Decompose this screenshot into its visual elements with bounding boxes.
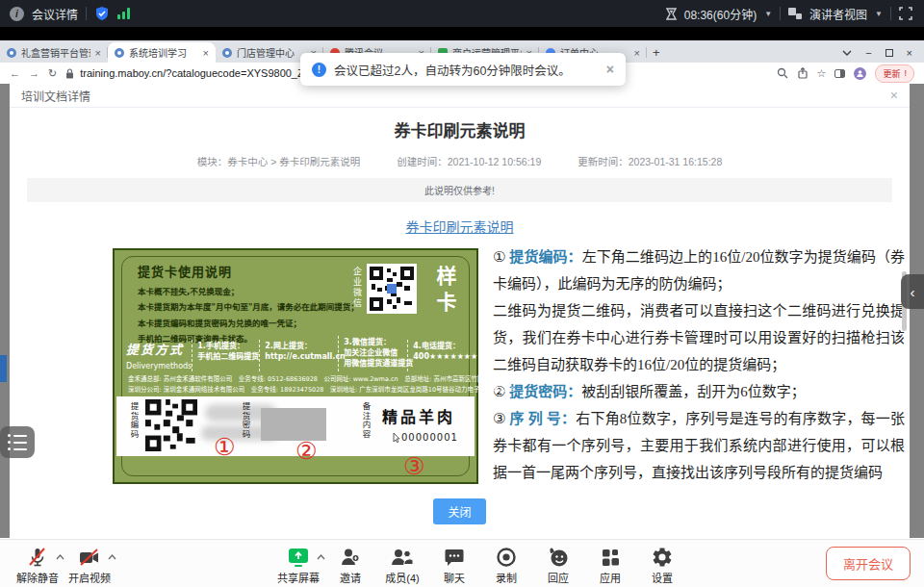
camera-off-icon	[77, 546, 102, 569]
fullscreen-icon[interactable]	[899, 7, 912, 20]
leave-meeting-button[interactable]: 离开会议	[826, 547, 911, 580]
notification-close-icon[interactable]: ×	[606, 62, 614, 77]
unmute-button[interactable]: 解除静音	[12, 543, 64, 585]
delivery-methods-band: 提货方式 Deliverymethods 1.手机提货：手机拍二维码提货 2.网…	[126, 340, 467, 371]
desc-paragraph: 二维码为提货二维码，消费者可以直接扫这个二维码进行兑换提货，我们在券卡中心进行券…	[493, 297, 905, 378]
timer-dropdown-icon[interactable]: ▼	[764, 10, 772, 18]
back-icon[interactable]: ←	[10, 67, 20, 79]
divider	[780, 7, 781, 20]
pickup-password-label: 提货密码	[240, 402, 250, 439]
card-element-description: ① 提货编码：左下角二维码边上的16位/20位数字为提货编码（券卡编码），此编码…	[493, 243, 905, 486]
drawer-close-icon[interactable]: ×	[890, 88, 898, 103]
badge-1: ①	[214, 435, 235, 459]
tab-favicon	[7, 48, 16, 58]
meeting-details-label[interactable]: 会议详情	[32, 6, 78, 22]
doc-anchor-link[interactable]: 券卡印刷元素说明	[10, 217, 910, 236]
desc-paragraph: ③ 序 列 号：右下角8位数字，序列号是连号的有序数字，每一张券卡都有一个序列号…	[493, 405, 905, 486]
tab-close-icon[interactable]: ×	[203, 47, 209, 59]
webpage-overlay: 培训文档详情 × 券卡印刷元素说明 模块：券卡中心 > 券卡印刷元素说明 创建时…	[0, 84, 924, 538]
tab-gift-admin[interactable]: 礼盒营销平台管理中心 ×	[0, 42, 108, 63]
tab-training-study[interactable]: 系统培训学习 ×	[108, 42, 216, 63]
invite-person-icon	[339, 546, 362, 569]
reactions-button[interactable]: 回应	[532, 543, 584, 585]
divider	[86, 7, 87, 20]
meeting-limit-notification: ! 会议已超过2人，自动转为60分钟限时会议。 ×	[300, 53, 626, 86]
gear-icon	[651, 546, 674, 569]
desc-paragraph: ② 提货密码：被刮刮银所覆盖，刮开为6位数字；	[493, 378, 905, 405]
chevron-up-icon[interactable]	[108, 554, 116, 560]
badge-2: ②	[295, 439, 317, 463]
reference-notice: 此说明仅供参考!	[27, 178, 892, 202]
reaction-smiley-icon	[547, 546, 570, 569]
remark-label: 备注内容	[360, 402, 371, 439]
sample-card-label: 样卡	[430, 266, 459, 318]
start-video-button[interactable]: 开启视频	[64, 543, 116, 585]
meta-updated: 更新时间：2023-01-31 16:15:28	[578, 154, 722, 168]
card-company-footer: 金禾通总部: 苏州金禾通软件有限公司 业务专线: 0512-68636928 公…	[128, 374, 469, 396]
cursor-icon	[393, 433, 400, 443]
security-shield-icon[interactable]	[94, 6, 110, 21]
training-doc-drawer: 培训文档详情 × 券卡印刷元素说明 模块：券卡中心 > 券卡印刷元素说明 创建时…	[10, 84, 910, 538]
pickup-code-label: 提货编码	[128, 402, 139, 439]
invite-button[interactable]: 邀请	[324, 543, 376, 585]
speaker-view-icon	[788, 8, 802, 19]
forward-icon[interactable]: →	[29, 67, 39, 79]
hourglass-icon	[666, 8, 677, 20]
method-web: 2.网上提货：http://e.cutmall.cn	[259, 340, 338, 371]
network-signal-icon[interactable]	[117, 8, 130, 19]
url-text: training.maboy.cn/?cataloguecode=XYS9800…	[80, 67, 325, 79]
view-mode-label[interactable]: 演讲者视图	[809, 6, 867, 22]
share-icon[interactable]	[797, 67, 808, 79]
wechat-qr-code	[367, 264, 417, 314]
meeting-toolbar: 解除静音 开启视频 共享屏幕 邀请 成员(4) 聊天 录制	[0, 539, 924, 587]
close-doc-button[interactable]: 关闭	[433, 498, 485, 524]
chat-button[interactable]: 聊天	[428, 543, 480, 585]
info-alert-icon: !	[312, 63, 326, 77]
reload-icon[interactable]: ↻	[48, 67, 57, 80]
collapse-panel-handle[interactable]: ‹	[901, 274, 924, 309]
method-phone: 1.手机提货：手机拍二维码提货	[192, 340, 259, 371]
background-sidebar-selection	[0, 355, 7, 382]
document-title: 券卡印刷元素说明	[10, 117, 910, 141]
drawer-title: 培训文档详情	[21, 88, 90, 104]
zoom-icon[interactable]	[777, 67, 788, 79]
window-maximize-icon[interactable]	[886, 49, 893, 57]
record-button[interactable]: 录制	[480, 543, 532, 585]
members-icon	[390, 546, 415, 569]
wechat-label: 企业微信	[351, 267, 364, 309]
badge-3: ③	[403, 454, 424, 478]
alert-icon: !	[904, 68, 907, 78]
side-panel-icon[interactable]	[834, 69, 845, 78]
chrome-update-button[interactable]: 更新 !	[875, 64, 914, 83]
meeting-topbar: i 会议详情 08:36(60分钟) ▼ 演讲者视图 ▼	[0, 0, 924, 27]
meta-created: 创建时间：2021-10-12 10:56:19	[397, 154, 541, 168]
product-name: 精品羊肉	[382, 404, 455, 427]
desktop-background-strip	[0, 27, 924, 40]
view-dropdown-icon[interactable]: ▼	[875, 10, 883, 18]
bookmark-star-icon[interactable]: ☆	[817, 67, 827, 80]
apps-grid-icon	[599, 546, 622, 569]
apps-button[interactable]: 应用	[584, 543, 636, 585]
window-close-icon[interactable]: ×	[907, 47, 912, 59]
settings-button[interactable]: 设置	[636, 543, 688, 585]
chat-bubble-icon	[443, 546, 466, 569]
tab-favicon	[222, 48, 232, 58]
window-menu-icon[interactable]	[842, 50, 852, 56]
tab-close-icon[interactable]: ×	[95, 47, 101, 59]
share-screen-button[interactable]: 共享屏幕	[272, 543, 324, 585]
method-telephone: 4.电话提货：400★★★★★★★	[407, 340, 477, 371]
divider	[890, 7, 891, 20]
new-tab-button[interactable]: +	[653, 45, 660, 60]
notification-text: 会议已超过2人，自动转为60分钟限时会议。	[334, 61, 571, 79]
profile-avatar[interactable]	[854, 67, 866, 80]
meeting-timer: 08:36(60分钟)	[684, 6, 757, 22]
scratch-area	[261, 408, 326, 441]
tab-favicon	[115, 48, 124, 58]
tab-close-icon[interactable]: ×	[634, 47, 640, 59]
catalog-float-button[interactable]	[0, 426, 35, 458]
members-button[interactable]: 成员(4)	[376, 543, 428, 585]
chevron-left-icon: ‹	[911, 284, 915, 300]
window-minimize-icon[interactable]: −	[865, 47, 871, 59]
document-meta: 模块：券卡中心 > 券卡印刷元素说明 创建时间：2021-10-12 10:56…	[10, 154, 910, 168]
meeting-info-icon[interactable]: i	[10, 7, 24, 21]
